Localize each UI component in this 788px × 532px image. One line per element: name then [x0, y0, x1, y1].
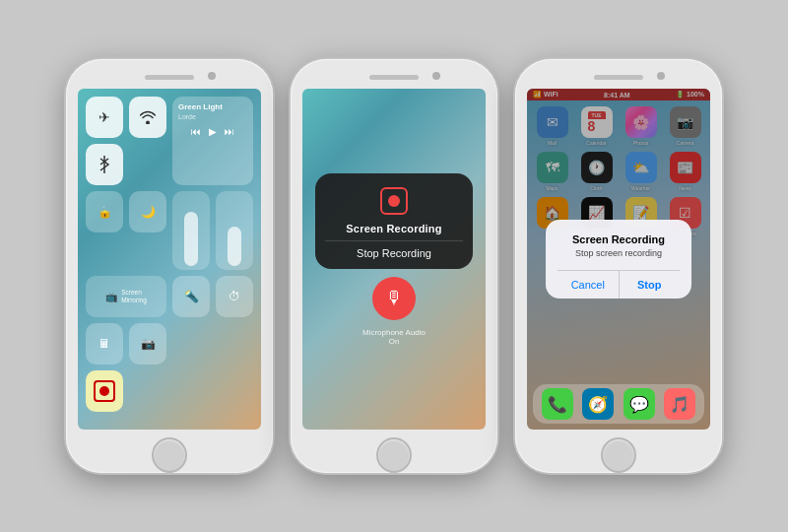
lock-rotation-btn[interactable]: 🔒	[86, 191, 123, 233]
alert-title: Screen Recording	[558, 233, 680, 245]
prev-icon[interactable]: ⏮	[191, 126, 201, 137]
dock-safari[interactable]: 🧭	[582, 388, 614, 420]
speaker-3	[594, 75, 643, 80]
rec-divider	[325, 240, 463, 241]
iphone-2: Screen Recording Stop Recording 🎙 Microp…	[291, 59, 497, 473]
iphone-3: 📶 WiFi 8:41 AM 🔋 100% ✉ Mail TUE8 Calend…	[515, 59, 722, 473]
screen-1: ✈ Green Light Lorde ⏮ ▶ ⏭	[78, 89, 261, 430]
volume-fill	[228, 227, 241, 266]
alert-message: Stop screen recording	[558, 248, 680, 258]
next-icon[interactable]: ⏭	[225, 126, 234, 137]
dock: 📞 🧭 💬 🎵	[533, 384, 704, 424]
rec-icon	[380, 187, 408, 215]
mic-label: Microphone Audio On	[362, 328, 426, 346]
recording-screen: Screen Recording Stop Recording 🎙 Microp…	[302, 89, 486, 430]
home-screen: 📶 WiFi 8:41 AM 🔋 100% ✉ Mail TUE8 Calend…	[527, 89, 710, 430]
stop-recording-btn[interactable]: Stop Recording	[357, 247, 431, 259]
camera-3	[657, 72, 665, 80]
brightness-fill	[184, 212, 198, 266]
home-button-2[interactable]	[376, 437, 412, 473]
bluetooth-btn[interactable]	[86, 144, 123, 185]
rec-title: Screen Recording	[346, 223, 441, 234]
record-btn[interactable]	[86, 370, 123, 412]
control-center-screen: ✈ Green Light Lorde ⏮ ▶ ⏭	[78, 89, 261, 430]
stop-button[interactable]: Stop	[620, 271, 681, 299]
wifi-btn[interactable]	[129, 97, 166, 138]
cancel-button[interactable]: Cancel	[558, 271, 619, 299]
speaker-2	[369, 75, 419, 80]
speaker-1	[145, 75, 194, 80]
play-icon[interactable]: ▶	[209, 126, 217, 137]
record-dot	[99, 386, 109, 396]
mic-btn[interactable]: 🎙	[372, 277, 416, 320]
record-icon	[94, 380, 115, 402]
screen-3: 📶 WiFi 8:41 AM 🔋 100% ✉ Mail TUE8 Calend…	[527, 89, 710, 430]
screen-mirror-icon: 📺	[105, 292, 117, 302]
screen-mirror-label: ScreenMirroring	[121, 289, 147, 304]
do-not-disturb-btn[interactable]: 🌙	[129, 191, 166, 233]
timer-btn[interactable]: ⏱	[216, 276, 253, 317]
flashlight-btn[interactable]: 🔦	[172, 276, 210, 317]
music-artist: Lorde	[178, 113, 247, 120]
music-title: Green Light	[178, 102, 247, 111]
camera-2	[432, 72, 440, 80]
cc-grid: ✈ Green Light Lorde ⏮ ▶ ⏭	[86, 97, 253, 412]
dock-phone[interactable]: 📞	[542, 388, 573, 420]
camera-cc-btn[interactable]: 📷	[129, 323, 166, 365]
home-button-3[interactable]	[601, 437, 636, 473]
screen-2: Screen Recording Stop Recording 🎙 Microp…	[302, 89, 486, 430]
screen-mirror-btn[interactable]: 📺 ScreenMirroring	[86, 276, 166, 317]
music-controls: ⏮ ▶ ⏭	[178, 126, 247, 137]
calculator-btn[interactable]: 🖩	[86, 323, 123, 365]
home-button-1[interactable]	[152, 437, 187, 473]
alert-overlay: Screen Recording Stop screen recording C…	[527, 89, 710, 430]
airplane-btn[interactable]: ✈	[86, 97, 123, 138]
alert-buttons: Cancel Stop	[558, 271, 680, 299]
dock-messages[interactable]: 💬	[624, 388, 655, 420]
rec-dot	[388, 195, 400, 207]
music-widget: Green Light Lorde ⏮ ▶ ⏭	[172, 97, 253, 185]
camera-1	[208, 72, 216, 80]
volume-slider[interactable]	[216, 191, 253, 270]
iphone-1: ✈ Green Light Lorde ⏮ ▶ ⏭	[66, 59, 273, 473]
alert-dialog: Screen Recording Stop screen recording C…	[546, 220, 691, 299]
brightness-slider[interactable]	[172, 191, 210, 270]
recording-modal: Screen Recording Stop Recording	[315, 173, 473, 269]
dock-music[interactable]: 🎵	[664, 388, 695, 420]
